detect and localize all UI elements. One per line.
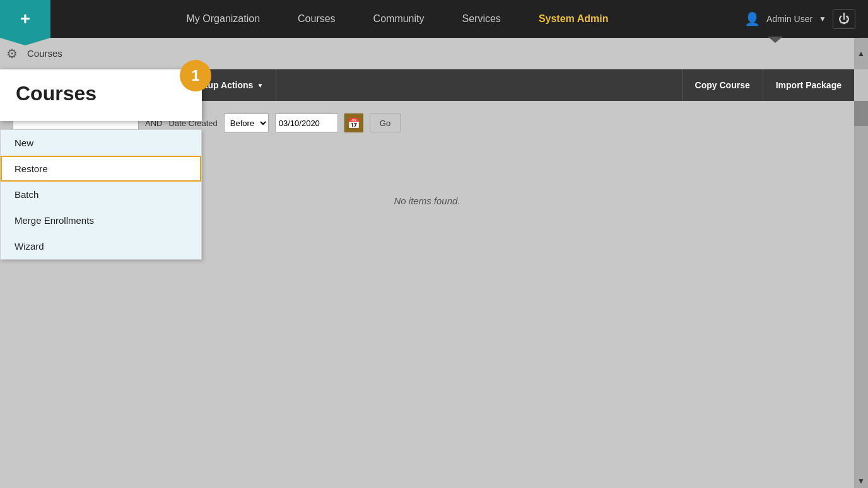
admin-name: Admin User — [766, 14, 812, 24]
top-bar: + My Organization Courses Community Serv… — [0, 0, 868, 38]
scroll-down-button[interactable]: ▼ — [854, 474, 868, 488]
backup-actions-chevron: ▼ — [257, 82, 263, 89]
dropdown-item-wizard[interactable]: Wizard — [1, 233, 201, 259]
breadcrumb-courses: Courses — [27, 48, 62, 59]
nav-services[interactable]: Services — [443, 0, 520, 38]
import-package-label: Import Package — [776, 80, 842, 90]
user-icon: 👤 — [744, 11, 760, 26]
toolbar-right: Copy Course Import Package — [682, 69, 854, 101]
step-badge: 1 — [180, 60, 211, 91]
main-nav: My Organization Courses Community Servic… — [50, 0, 744, 38]
second-bar: ⚙ Courses ▲ — [0, 38, 868, 69]
courses-panel-header: Courses 1 — [0, 69, 202, 121]
calendar-button[interactable]: 📅 — [344, 113, 363, 132]
system-admin-indicator — [768, 37, 783, 43]
top-bar-right: 👤 Admin User ▼ ⏻ — [744, 9, 868, 29]
go-button[interactable]: Go — [370, 113, 401, 132]
dropdown-item-new[interactable]: New — [1, 130, 201, 156]
power-button[interactable]: ⏻ — [833, 9, 855, 29]
scroll-thumb[interactable] — [854, 101, 868, 126]
nav-my-organization[interactable]: My Organization — [168, 0, 279, 38]
create-course-dropdown: New Restore Batch Merge Enrollments Wiza… — [0, 129, 202, 260]
dropdown-item-merge-enrollments[interactable]: Merge Enrollments — [1, 207, 201, 233]
scrollbar-right — [854, 101, 868, 488]
date-filter-select[interactable]: Before After On — [224, 113, 269, 132]
courses-panel: Courses 1 New Restore Batch Merge Enroll… — [0, 69, 202, 121]
nav-system-admin[interactable]: System Admin — [520, 0, 628, 38]
courses-panel-title: Courses — [16, 82, 97, 105]
user-dropdown-arrow[interactable]: ▼ — [819, 15, 826, 23]
dropdown-item-restore[interactable]: Restore — [1, 156, 201, 182]
home-button[interactable]: + — [0, 0, 50, 38]
main-content: Courses 1 New Restore Batch Merge Enroll… — [0, 69, 868, 488]
scroll-up-button[interactable]: ▲ — [854, 38, 868, 69]
nav-courses[interactable]: Courses — [279, 0, 355, 38]
import-package-button[interactable]: Import Package — [763, 69, 854, 101]
copy-course-button[interactable]: Copy Course — [682, 69, 763, 101]
date-input[interactable] — [275, 113, 338, 132]
nav-community[interactable]: Community — [355, 0, 443, 38]
calendar-icon: 📅 — [348, 117, 360, 129]
plus-icon: + — [20, 10, 30, 28]
gear-icon[interactable]: ⚙ — [6, 46, 18, 61]
dropdown-item-batch[interactable]: Batch — [1, 182, 201, 207]
copy-course-label: Copy Course — [695, 80, 750, 90]
